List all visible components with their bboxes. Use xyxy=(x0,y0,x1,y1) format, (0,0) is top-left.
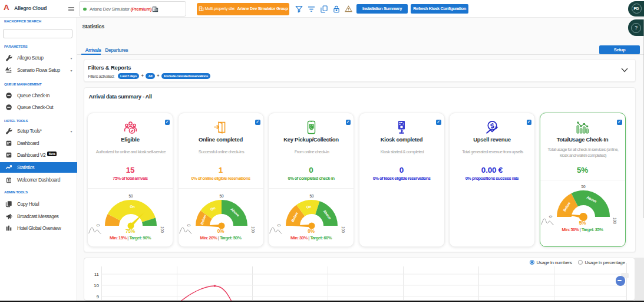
svg-text:50: 50 xyxy=(309,194,314,198)
svg-text:On: On xyxy=(130,204,135,209)
svg-text:50: 50 xyxy=(219,194,224,198)
svg-text:0: 0 xyxy=(277,224,281,226)
svg-text:0: 0 xyxy=(187,224,191,226)
svg-text:On: On xyxy=(306,204,312,209)
svg-text:0: 0 xyxy=(549,215,553,218)
svg-text:0: 0 xyxy=(96,224,100,226)
svg-text:50: 50 xyxy=(581,185,586,189)
svg-text:50: 50 xyxy=(128,194,133,198)
